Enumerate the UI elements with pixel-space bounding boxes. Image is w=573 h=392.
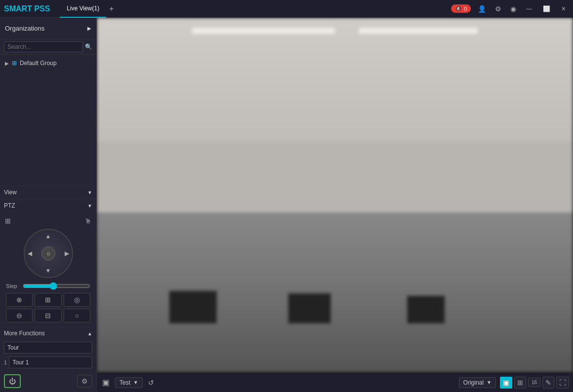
ptz-grid-icon[interactable]: ⊞ [4, 216, 12, 226]
tour-type-select[interactable]: Tour [4, 342, 92, 354]
quality-selector[interactable]: Original ▼ [459, 377, 496, 388]
light-bar-1 [192, 28, 335, 34]
more-functions-header[interactable]: More Functions ▲ [0, 327, 96, 340]
ptz-right-button[interactable]: ▶ [65, 250, 69, 257]
restore-button[interactable]: ⬜ [540, 4, 553, 13]
view-header[interactable]: View ▼ [0, 186, 96, 199]
ptz-top-row: ⊞ 🖱 [4, 216, 92, 226]
zoom-in-button[interactable]: ⊕ [6, 293, 33, 307]
step-row: Step [4, 282, 92, 290]
ptz-chevron-icon: ▼ [87, 203, 92, 209]
iris-close-button[interactable]: ○ [64, 309, 90, 322]
layout-16-button[interactable]: 16 [528, 378, 540, 387]
alarm-count: 0 [464, 6, 467, 12]
view-label: View [4, 189, 17, 196]
refresh-button[interactable]: ↺ [147, 377, 155, 388]
speaker-icon: 🔇 [455, 5, 462, 12]
tour-item-select[interactable]: Tour 1 [9, 356, 92, 368]
app-name-part1: SMART [4, 4, 32, 13]
more-functions-chevron-icon: ▲ [87, 331, 92, 336]
channel-label: Test [119, 379, 130, 386]
settings-icon[interactable]: ⚙ [493, 4, 503, 14]
monitor-1 [168, 290, 218, 324]
chevron-right-icon: ▶ [87, 26, 91, 31]
app-logo: SMART PSS [4, 4, 50, 13]
monitor-2 [287, 292, 332, 324]
close-button[interactable]: ✕ [558, 4, 569, 13]
ptz-controls: ⊞ 🖱 ▲ ▼ ◀ ▶ ⊙ [0, 212, 96, 326]
ptz-section: PTZ ▼ ⊞ 🖱 ▲ ▼ ◀ ▶ ⊙ [0, 199, 96, 326]
tour-item-row: 1 Tour 1 [4, 356, 92, 368]
camera-feed [97, 18, 573, 372]
search-icon[interactable]: 🔍 [85, 43, 92, 50]
app-name-part2: PSS [34, 4, 50, 13]
info-icon[interactable]: ◉ [508, 4, 518, 14]
more-functions-label: More Functions [4, 330, 45, 337]
sidebar: Organizations ▶ 🔍 ▶ ⊞ Default Group View… [0, 18, 97, 392]
desk-area [97, 213, 573, 372]
focus-in-button[interactable]: ⊞ [35, 293, 61, 307]
titlebar-right: 🔇 0 👤 ⚙ ◉ — ⬜ ✕ [451, 4, 569, 14]
ptz-down-button[interactable]: ▼ [45, 267, 51, 274]
ceiling-bg [97, 18, 573, 142]
view-chevron-icon: ▼ [87, 190, 92, 195]
layout-buttons: ▣ ⊞ 16 ✎ ⛶ [500, 377, 569, 389]
step-label: Step [6, 283, 20, 289]
iris-open-button[interactable]: ◎ [64, 293, 90, 307]
tour-item-number: 1 [4, 359, 7, 365]
tree-expand-icon: ▶ [5, 61, 9, 66]
minimize-button[interactable]: — [523, 4, 535, 13]
monitor-3 [406, 295, 446, 324]
ptz-btn-grid: ⊕ ⊞ ◎ ⊖ ⊟ ○ [4, 293, 92, 322]
alarm-badge[interactable]: 🔇 0 [451, 4, 471, 13]
tour-action-row: ⏻ ⚙ [0, 372, 96, 392]
titlebar: SMART PSS Live View(1) + 🔇 0 👤 ⚙ ◉ — ⬜ ✕ [0, 0, 573, 18]
video-area: ▣ Test ▼ ↺ Original ▼ ▣ ⊞ 16 ✎ ⛶ [97, 18, 573, 392]
joystick-wrap: ▲ ▼ ◀ ▶ ⊙ [4, 229, 92, 278]
add-tab-button[interactable]: + [106, 4, 116, 13]
more-functions-section: More Functions ▲ Tour 1 Tour 1 [0, 326, 96, 392]
organizations-header[interactable]: Organizations ▶ [0, 18, 96, 39]
group-icon: ⊞ [12, 60, 17, 67]
ptz-up-button[interactable]: ▲ [45, 233, 51, 240]
zoom-out-button[interactable]: ⊖ [6, 309, 33, 322]
edit-layout-button[interactable]: ✎ [542, 377, 554, 389]
fullscreen-button[interactable]: ⛶ [556, 377, 569, 389]
layout-2x2-button[interactable]: ⊞ [514, 377, 526, 389]
video-main[interactable] [97, 18, 573, 372]
tour-section: Tour 1 Tour 1 [0, 340, 96, 372]
tour-play-button[interactable]: ⏻ [4, 374, 21, 388]
live-view-tab[interactable]: Live View(1) [60, 0, 106, 18]
quality-dropdown-arrow: ▼ [487, 380, 492, 385]
search-box: 🔍 [0, 39, 96, 55]
snapshot-button[interactable]: ▣ [101, 376, 111, 389]
main-layout: Organizations ▶ 🔍 ▶ ⊞ Default Group View… [0, 18, 573, 392]
tour-type-row: Tour [4, 342, 92, 354]
bottom-toolbar: ▣ Test ▼ ↺ Original ▼ ▣ ⊞ 16 ✎ ⛶ [97, 372, 573, 392]
device-tree: ▶ ⊞ Default Group [0, 55, 96, 185]
channel-selector[interactable]: Test ▼ [115, 377, 143, 388]
ptz-header[interactable]: PTZ ▼ [0, 199, 96, 212]
ptz-joystick[interactable]: ▲ ▼ ◀ ▶ ⊙ [24, 229, 73, 278]
ptz-mouse-icon[interactable]: 🖱 [83, 216, 92, 226]
layout-1x1-button[interactable]: ▣ [500, 377, 512, 389]
ptz-center-button[interactable]: ⊙ [41, 247, 55, 260]
default-group-item[interactable]: ▶ ⊞ Default Group [0, 57, 96, 70]
channel-dropdown-arrow: ▼ [133, 380, 138, 385]
focus-out-button[interactable]: ⊟ [35, 309, 61, 322]
view-section: View ▼ [0, 185, 96, 199]
ptz-center-icon: ⊙ [46, 251, 50, 256]
quality-label: Original [463, 379, 484, 386]
search-input[interactable] [4, 41, 83, 52]
tour-settings-button[interactable]: ⚙ [77, 375, 92, 388]
user-icon[interactable]: 👤 [476, 4, 488, 14]
ptz-label: PTZ [4, 202, 15, 209]
light-bar-2 [359, 28, 478, 34]
step-slider[interactable] [23, 282, 90, 290]
organizations-label: Organizations [5, 25, 44, 32]
default-group-label: Default Group [20, 60, 57, 67]
ptz-left-button[interactable]: ◀ [28, 250, 32, 257]
